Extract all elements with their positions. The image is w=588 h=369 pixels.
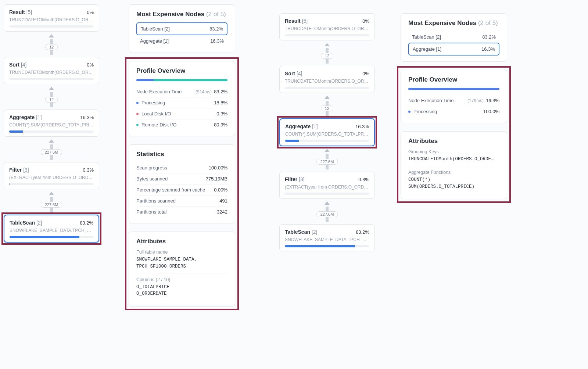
profile-overview-bar xyxy=(408,88,499,90)
attribute-value: TRUNCDATETOMonth(ORDERS.O_ORDE… xyxy=(408,156,499,166)
expensive-node-label: TableScan [2] xyxy=(412,34,441,40)
arrow-icon xyxy=(325,96,330,99)
node-cost-bar xyxy=(9,78,94,80)
node-subtitle: TRUNCDATETOMonth(ORDERS.O_ORDE... xyxy=(9,70,94,75)
left-node-sort[interactable]: Sort [4]0%TRUNCDATETOMonth(ORDERS.O_ORDE… xyxy=(4,57,99,84)
arrow-icon xyxy=(49,87,54,90)
node-cost-bar xyxy=(10,236,93,238)
arrow-icon xyxy=(325,43,330,46)
expensive-node-pct: 83.2% xyxy=(209,26,223,32)
profile-overview-bar xyxy=(136,79,227,81)
expensive-node-label: TableScan [2] xyxy=(141,26,170,32)
edge-rowcount: 227.6M xyxy=(41,149,62,155)
expensive-node-label: Aggregate [1] xyxy=(413,46,441,52)
node-percent: 16.3% xyxy=(355,124,369,129)
left-node-result[interactable]: Result [5]0%TRUNCDATETOMonth(ORDERS.O_OR… xyxy=(4,4,99,32)
node-cost-bar xyxy=(285,87,369,89)
left-node-tablescan[interactable]: TableScan [2]83.2%SNOWFLAKE_SAMPLE_DATA.… xyxy=(4,215,99,243)
profile-overview-panel: Profile OverviewNode Execution Time(914m… xyxy=(129,61,235,136)
left-node-filter[interactable]: Filter [3]0.3%(EXTRACT(year from ORDERS.… xyxy=(4,162,99,189)
node-percent: 0.3% xyxy=(358,177,369,182)
profile-breakdown-row: Local Disk I/O0.3% xyxy=(136,108,227,119)
attribute-value: SNOWFLAKE_SAMPLE_DATA. TPCH_SF1000.ORDER… xyxy=(136,256,227,273)
edge: 12 xyxy=(279,40,375,66)
panel-title: Most Expensive Nodes (2 of 5) xyxy=(136,11,227,18)
node-percent: 83.2% xyxy=(80,220,93,226)
node-title: Filter [3] xyxy=(9,167,29,173)
expensive-node-row[interactable]: Aggregate [1]16.3% xyxy=(408,43,499,55)
edge: 227.6M xyxy=(4,189,99,215)
node-title: Result [5] xyxy=(9,9,32,15)
node-subtitle: COUNT(*),SUM(ORDERS.O_TOTALPRICE) xyxy=(285,132,369,137)
attributes-panel: AttributesFull table nameSNOWFLAKE_SAMPL… xyxy=(129,232,235,307)
edge: 12 xyxy=(4,32,99,57)
panel-title: Attributes xyxy=(136,238,227,245)
panel-title: Attributes xyxy=(408,137,499,145)
node-percent: 0.3% xyxy=(83,167,94,173)
node-subtitle: TRUNCDATETOMonth(ORDERS.O_ORDE... xyxy=(9,17,94,22)
most-expensive-nodes-panel: Most Expensive Nodes (2 of 5)TableScan [… xyxy=(129,4,235,53)
statistics-panel: StatisticsScan progress100.00%Bytes scan… xyxy=(129,144,235,223)
profile-breakdown-row: Processing100.0% xyxy=(408,106,499,117)
panel-title: Most Expensive Nodes (2 of 5) xyxy=(408,19,499,27)
arrow-icon xyxy=(325,201,330,205)
statistic-row: Scan progress100.00% xyxy=(136,162,227,173)
statistic-row: Bytes scanned775.19MB xyxy=(136,173,227,184)
expensive-node-pct: 83.2% xyxy=(482,34,496,40)
attributes-panel: AttributesGrouping KeysTRUNCDATETOMonth(… xyxy=(401,131,507,199)
node-subtitle: COUNT(*),SUM(ORDERS.O_TOTALPRICE) xyxy=(9,122,94,128)
node-cost-bar xyxy=(9,130,94,133)
statistic-row: Partitions total3242 xyxy=(136,207,227,217)
right-node-aggregate[interactable]: Aggregate [1]16.3%COUNT(*),SUM(ORDERS.O_… xyxy=(279,118,375,146)
right-node-result[interactable]: Result [5]0%TRUNCDATETOMonth(ORDERS.O_OR… xyxy=(279,13,375,40)
edge-rowcount: 227.6M xyxy=(41,202,62,208)
edge: 227.6M xyxy=(279,146,375,172)
node-percent: 0% xyxy=(362,18,369,24)
edge-rowcount: 12 xyxy=(45,97,58,103)
node-execution-time-row: Node Execution Time(179ms)16.3% xyxy=(408,95,499,106)
edge: 227.6M xyxy=(4,137,99,162)
node-subtitle: TRUNCDATETOMonth(ORDERS.O_ORDE... xyxy=(285,26,369,31)
edge-rowcount: 12 xyxy=(321,53,333,59)
node-cost-bar xyxy=(285,34,369,36)
node-title: Result [5] xyxy=(285,18,308,24)
arrow-icon xyxy=(49,139,54,143)
node-title: Sort [4] xyxy=(9,62,26,68)
attribute-value: O_TOTALPRICE O_ORDERDATE xyxy=(136,284,227,301)
profile-overview-panel: Profile OverviewNode Execution Time(179m… xyxy=(401,70,507,123)
plan-tree-left: Result [5]0%TRUNCDATETOMonth(ORDERS.O_OR… xyxy=(4,0,99,243)
arrow-icon xyxy=(325,149,330,152)
node-cost-bar xyxy=(285,193,369,195)
left-node-aggregate[interactable]: Aggregate [1]16.3%COUNT(*),SUM(ORDERS.O_… xyxy=(4,110,99,137)
panel-title: Profile Overview xyxy=(408,76,499,83)
edge-rowcount: 227.6M xyxy=(316,211,338,217)
node-execution-time-row: Node Execution Time(914ms)83.2% xyxy=(136,86,227,97)
details-left: Most Expensive Nodes (2 of 5)TableScan [… xyxy=(129,0,235,315)
right-node-tablescan[interactable]: TableScan [2]83.2%SNOWFLAKE_SAMPLE_DATA.… xyxy=(279,224,375,251)
plan-tree-right: Result [5]0%TRUNCDATETOMonth(ORDERS.O_OR… xyxy=(279,0,375,251)
node-cost-bar xyxy=(9,183,94,185)
node-title: Sort [4] xyxy=(285,71,302,76)
expensive-node-row[interactable]: TableScan [2]83.2% xyxy=(136,22,227,35)
profile-breakdown-row: Processing18.8% xyxy=(136,97,227,108)
right-node-sort[interactable]: Sort [4]0%TRUNCDATETOMonth(ORDERS.O_ORDE… xyxy=(279,66,375,93)
edge-rowcount: 12 xyxy=(321,105,333,111)
node-title: TableScan [2] xyxy=(285,229,317,235)
node-title: Filter [3] xyxy=(285,176,305,182)
edge: 227.6M xyxy=(279,199,375,224)
edge: 12 xyxy=(279,93,375,118)
most-expensive-nodes-panel: Most Expensive Nodes (2 of 5)TableScan [… xyxy=(401,13,507,62)
expensive-node-label: Aggregate [1] xyxy=(140,38,169,44)
expensive-node-row[interactable]: TableScan [2]83.2% xyxy=(408,31,499,43)
details-right: Most Expensive Nodes (2 of 5)TableScan [… xyxy=(401,0,507,207)
right-node-filter[interactable]: Filter [3]0.3%(EXTRACT(year from ORDERS.… xyxy=(279,172,375,199)
expensive-node-row[interactable]: Aggregate [1]16.3% xyxy=(136,35,227,47)
profile-breakdown-row: Remote Disk I/O80.9% xyxy=(136,119,227,130)
attribute-value: COUNT(*) SUM(ORDERS.O_TOTALPRICE) xyxy=(408,176,499,193)
node-subtitle: SNOWFLAKE_SAMPLE_DATA.TPCH_SF1... xyxy=(285,237,369,242)
expensive-node-pct: 16.3% xyxy=(481,46,495,52)
node-percent: 0% xyxy=(87,10,94,15)
arrow-icon xyxy=(49,192,54,195)
node-title: Aggregate [1] xyxy=(9,114,42,120)
attribute-label: Full table name xyxy=(136,250,227,255)
